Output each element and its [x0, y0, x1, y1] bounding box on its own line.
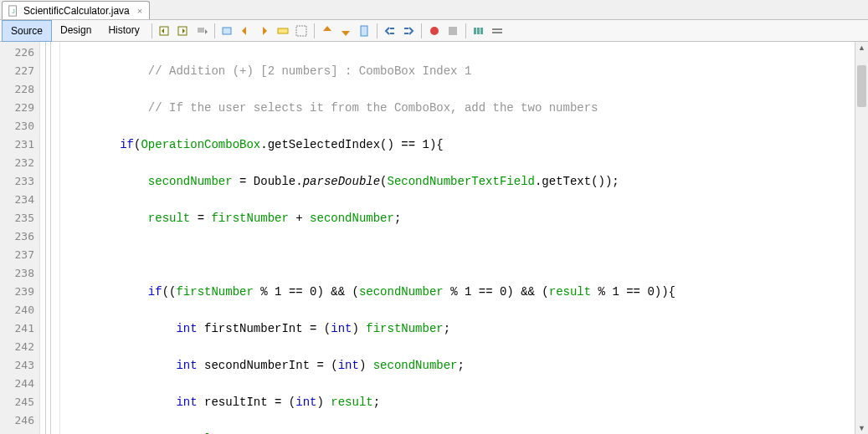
prev-bookmark-icon[interactable]: [319, 23, 336, 39]
line-number: 246: [0, 411, 34, 430]
code-editor: 2262272282292302312322332342352362372382…: [0, 42, 868, 434]
svg-rect-19: [492, 32, 502, 33]
scroll-down-icon[interactable]: ▼: [855, 422, 868, 434]
separator: [377, 23, 378, 38]
file-tab[interactable]: J ScientificCalculator.java ×: [2, 1, 150, 19]
separator: [421, 23, 422, 38]
line-number: 240: [0, 301, 34, 319]
view-tab-history[interactable]: History: [100, 20, 147, 42]
svg-rect-9: [390, 28, 394, 29]
line-number: 230: [0, 117, 34, 135]
svg-rect-10: [390, 33, 394, 34]
svg-rect-11: [404, 28, 408, 29]
line-number: 227: [0, 62, 34, 80]
svg-text:J: J: [12, 8, 15, 13]
next-bookmark-icon[interactable]: [337, 23, 354, 39]
line-number: 233: [0, 172, 34, 191]
line-number: 231: [0, 135, 34, 154]
line-number: 241: [0, 319, 34, 338]
line-number: 236: [0, 227, 34, 246]
scroll-up-icon[interactable]: ▲: [855, 42, 868, 54]
shift-right-icon[interactable]: [400, 23, 417, 39]
file-tab-bar: J ScientificCalculator.java ×: [0, 0, 868, 20]
view-tab-design[interactable]: Design: [52, 20, 100, 42]
svg-rect-6: [278, 28, 288, 33]
nav-back-icon[interactable]: [157, 23, 173, 39]
svg-point-13: [430, 27, 439, 35]
comment-icon[interactable]: [470, 23, 487, 39]
svg-rect-17: [480, 28, 483, 34]
code-comment: // Addition (+) [2 numbers] : ComboBox I…: [148, 64, 471, 78]
svg-rect-4: [198, 28, 204, 33]
svg-rect-18: [492, 28, 502, 30]
line-number: 234: [0, 191, 34, 209]
dropdown-icon[interactable]: [193, 23, 210, 39]
line-number: 243: [0, 356, 34, 375]
separator: [465, 23, 466, 38]
find-next-icon[interactable]: [256, 23, 273, 39]
svg-rect-15: [474, 28, 476, 34]
separator: [314, 23, 315, 38]
scroll-thumb[interactable]: [857, 65, 866, 107]
vertical-scrollbar[interactable]: ▲ ▼: [855, 42, 868, 434]
line-number: 237: [0, 246, 34, 264]
editor-toolbar: Source Design History: [0, 20, 868, 42]
line-number: 239: [0, 283, 34, 301]
find-prev-icon[interactable]: [238, 23, 254, 39]
toggle-bookmark-icon[interactable]: [356, 23, 372, 39]
find-selection-icon[interactable]: [219, 23, 236, 39]
code-area[interactable]: // Addition (+) [2 numbers] : ComboBox I…: [60, 42, 868, 434]
shift-left-icon[interactable]: [382, 23, 398, 39]
svg-rect-8: [361, 26, 367, 36]
code-comment: // If the user selects it from the Combo…: [148, 101, 598, 115]
svg-rect-16: [477, 28, 480, 34]
svg-rect-7: [296, 26, 306, 36]
java-file-icon: J: [8, 5, 19, 17]
line-number: 235: [0, 209, 34, 227]
uncomment-icon[interactable]: [489, 23, 506, 39]
line-number: 242: [0, 338, 34, 356]
line-number: 238: [0, 264, 34, 283]
macro-record-icon[interactable]: [426, 23, 443, 39]
line-gutter: 2262272282292302312322332342352362372382…: [0, 42, 40, 434]
line-number: 245: [0, 393, 34, 411]
toggle-rect-select-icon[interactable]: [293, 23, 310, 39]
fold-strip[interactable]: [40, 42, 60, 434]
line-number: 229: [0, 99, 34, 117]
close-icon[interactable]: ×: [137, 6, 142, 16]
macro-stop-icon[interactable]: [444, 23, 461, 39]
line-number: 228: [0, 80, 34, 99]
view-tab-source[interactable]: Source: [2, 20, 52, 42]
line-number: 226: [0, 43, 34, 62]
svg-rect-12: [404, 33, 408, 34]
line-number: 232: [0, 154, 34, 172]
nav-forward-icon[interactable]: [175, 23, 192, 39]
separator: [214, 23, 215, 38]
line-number: 244: [0, 375, 34, 393]
svg-rect-14: [449, 27, 457, 35]
file-tab-label: ScientificCalculator.java: [23, 5, 130, 17]
svg-rect-5: [223, 28, 231, 34]
separator: [152, 23, 152, 38]
toggle-highlight-icon[interactable]: [275, 23, 291, 39]
